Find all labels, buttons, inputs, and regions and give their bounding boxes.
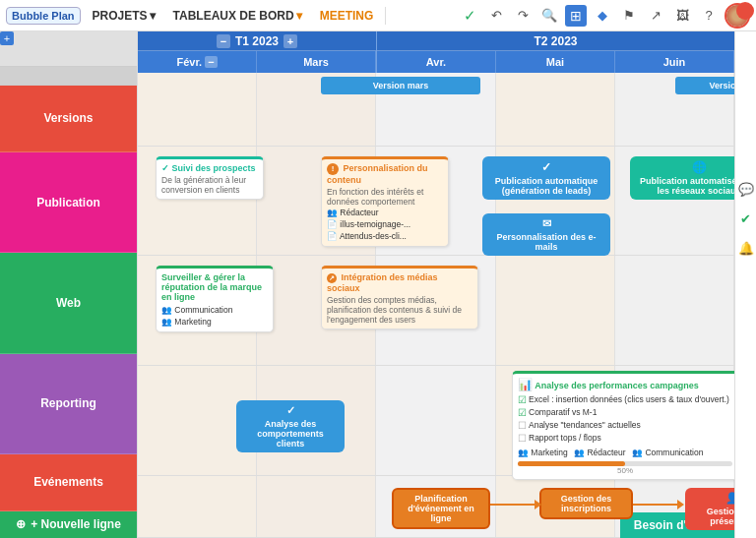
publication-automatisee-bubble[interactable]: 🌐 Publication automatisée sur les réseau… <box>630 156 734 200</box>
top-nav: Bubble Plan PROJETS ▾ TABLEAUX DE BORD ▾… <box>0 0 756 31</box>
check-sidebar-icon[interactable]: ✔ <box>736 209 756 228</box>
sidebar-row-versions: Versions <box>0 86 137 152</box>
plus-icon: ⊕ <box>16 517 26 531</box>
flag-icon[interactable]: ⚑ <box>618 5 640 27</box>
logo[interactable]: Bubble Plan <box>6 7 81 25</box>
card-item: 📄 illus-temoignage-... <box>327 218 443 230</box>
web-row: Surveiller & gérer la réputation de la m… <box>138 256 734 366</box>
right-sidebar: 💬 ✔ 🔔 <box>734 31 756 538</box>
card-item-unchecked: ☐ Rapport tops / flops <box>518 432 732 445</box>
nav-projets[interactable]: PROJETS ▾ <box>87 7 161 25</box>
fevr-minus-button[interactable]: − <box>205 56 217 68</box>
planification-evenement-bubble[interactable]: Planification d'événement en ligne <box>392 488 490 529</box>
card-item: 👥 Marketing <box>161 316 268 328</box>
gestion-inscriptions-bubble[interactable]: Gestion des inscriptions <box>539 488 633 519</box>
new-line-button[interactable]: ⊕ + Nouvelle ligne <box>0 511 137 538</box>
card-sub: En fonction des intérêts et données comp… <box>327 187 443 207</box>
nav-icons: ✓ ↶ ↷ 🔍 ⊞ ◆ ⚑ ↗ 🖼 ? <box>459 3 750 29</box>
redo-icon[interactable]: ↷ <box>512 5 534 27</box>
nav-meeting[interactable]: MEETING <box>314 7 380 25</box>
month-fevr: Févr. − <box>138 51 257 73</box>
q1-plus-button[interactable]: + <box>284 34 297 48</box>
month-avr: Avr. <box>377 51 496 73</box>
publication-row: ✓ Suivi des prospects De la génération à… <box>138 147 734 257</box>
card-title: 📊 Analyse des performances campagnes <box>518 378 732 391</box>
progress-label: 50% <box>518 466 732 475</box>
gestion-presences-bubble[interactable]: 👤 Gestion des présences <box>685 488 734 530</box>
analyse-performances-card[interactable]: 📊 Analyse des performances campagnes ☑ E… <box>512 371 734 480</box>
grid-area: − T1 2023 + Févr. − Mars <box>138 31 734 538</box>
help-icon[interactable]: ? <box>698 5 720 27</box>
card-item-unchecked: ☐ Analyse "tendances" actuelles <box>518 419 732 432</box>
q1-minus-button[interactable]: − <box>217 34 230 48</box>
check-icon[interactable]: ✓ <box>459 5 480 27</box>
analyse-comportements-bubble[interactable]: ✓ Analyse des comportements clients <box>236 400 345 452</box>
bubble-label: Personnalisation des e-mails <box>488 232 604 252</box>
q1-months: Févr. − Mars <box>138 51 376 73</box>
personnalisation-contenu-card[interactable]: ! Personnalisation du contenu En fonctio… <box>321 156 449 247</box>
month-mars: Mars <box>257 51 376 73</box>
app-container: Bubble Plan PROJETS ▾ TABLEAUX DE BORD ▾… <box>0 0 756 538</box>
card-title: ↗ Intégration des médias sociaux <box>327 272 472 293</box>
undo-icon[interactable]: ↶ <box>485 5 507 27</box>
versions-row: Version mars Version juin <box>138 73 734 147</box>
card-item: 📄 Attendus-des-cli... <box>327 230 443 242</box>
sidebar: + Versions Publication Web Reporting Evé… <box>0 31 138 538</box>
quarter-t2: T2 2023 <box>377 31 734 51</box>
sidebar-row-web: Web <box>0 253 137 353</box>
sidebar-row-reporting: Reporting <box>0 354 137 454</box>
integration-medias-card[interactable]: ↗ Intégration des médias sociaux Gestion… <box>321 266 478 329</box>
sidebar-row-publication: Publication <box>0 152 137 253</box>
logo-area: Bubble Plan <box>6 7 81 25</box>
arrow-head-2 <box>677 500 684 509</box>
card-item: 👥 Rédacteur <box>327 207 443 218</box>
arrow-connector-2 <box>633 504 682 506</box>
add-column-button[interactable]: + <box>0 31 14 45</box>
nav-tableaux[interactable]: TABLEAUX DE BORD ▾ <box>167 7 308 25</box>
reporting-row: ✓ Analyse des comportements clients 📊 An… <box>138 366 734 476</box>
notification-icon[interactable]: 🔔 <box>736 238 756 258</box>
search-icon[interactable]: 🔍 <box>538 5 560 27</box>
sidebar-header: + <box>0 31 137 67</box>
chat-icon[interactable]: 💬 <box>736 179 756 199</box>
agents-row: 👥 Marketing 👥 Rédacteur 👥 Communication <box>518 447 732 458</box>
month-mai: Mai <box>496 51 615 73</box>
publication-automatique-bubble[interactable]: ✓ Publication automatique (génération de… <box>482 156 610 200</box>
chevron-down-icon: ▾ <box>296 9 302 23</box>
separator <box>385 7 386 25</box>
bubble-label: Gestion des inscriptions <box>547 494 625 513</box>
bubble-label: Gestion des présences <box>691 507 734 526</box>
bubble-label: Planification d'événement en ligne <box>400 494 482 523</box>
sidebar-row-evenements: Evénements <box>0 454 137 511</box>
q2-months: Avr. Mai Juin <box>377 51 734 73</box>
card-sub: De la génération à leur conversion en cl… <box>161 175 258 195</box>
version-mars-bar: Version mars <box>321 77 480 94</box>
version-juin-bar: Version juin <box>675 77 734 94</box>
bubble-label: Publication automatisée sur les réseaux … <box>636 176 734 196</box>
bubble-label: Analyse des comportements clients <box>242 419 339 448</box>
sidebar-col-header <box>0 67 137 86</box>
grid-icon[interactable]: ⊞ <box>565 5 587 27</box>
main-area: + Versions Publication Web Reporting Evé… <box>0 31 756 538</box>
card-item-checked: ☑ Comparatif vs M-1 <box>518 406 732 419</box>
month-juin: Juin <box>615 51 734 73</box>
personnalisation-emails-bubble[interactable]: ✉ Personnalisation des e-mails <box>482 213 610 256</box>
card-item: 👥 Communication <box>161 304 268 316</box>
month-headers: − T1 2023 + Févr. − Mars <box>138 31 734 73</box>
quarter-t1: − T1 2023 + <box>138 31 376 51</box>
surveiller-marque-card[interactable]: Surveiller & gérer la réputation de la m… <box>156 266 274 332</box>
card-title: Surveiller & gérer la réputation de la m… <box>161 272 268 302</box>
card-item-checked: ☑ Excel : insertion données (clics users… <box>518 393 732 406</box>
card-title: ✓ Suivi des prospects <box>161 163 258 173</box>
arrow-head <box>535 500 541 509</box>
content-rows: Version mars Version juin ✓ Suivi des pr… <box>138 73 734 538</box>
bubble-label: Publication automatique (génération de l… <box>488 176 604 196</box>
share-icon[interactable]: ↗ <box>645 5 666 27</box>
arrow-connector <box>490 504 539 506</box>
card-sub: Gestion des comptes médias, planificatio… <box>327 295 472 325</box>
diamond-icon[interactable]: ◆ <box>592 5 613 27</box>
image-icon[interactable]: 🖼 <box>671 5 693 27</box>
chevron-down-icon: ▾ <box>150 9 156 23</box>
suivi-prospects-card[interactable]: ✓ Suivi des prospects De la génération à… <box>156 156 264 200</box>
card-title: ! Personnalisation du contenu <box>327 163 443 185</box>
